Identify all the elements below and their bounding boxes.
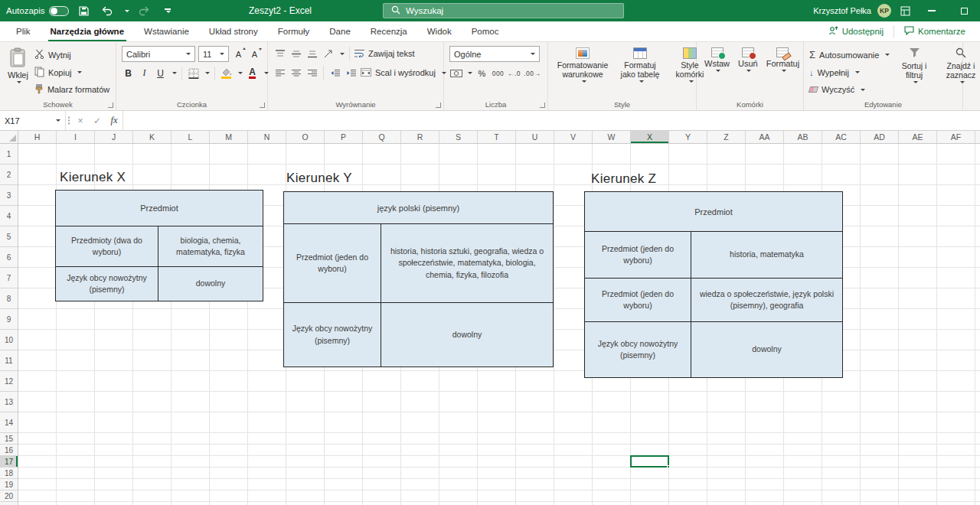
decrease-indent-icon[interactable]	[328, 66, 341, 80]
fill-handle[interactable]	[667, 465, 670, 468]
minimize-button[interactable]	[919, 0, 945, 21]
conditional-formatting-button[interactable]: Formatowanie warunkowe	[554, 46, 612, 97]
grid[interactable]: Kierunek XPrzedmiotPrzedmioty (dwa do wy…	[18, 144, 980, 505]
row-header-15[interactable]: 15	[0, 433, 18, 445]
row-header-6[interactable]: 6	[0, 247, 18, 268]
tab-uklad-strony[interactable]: Układ strony	[199, 21, 268, 41]
table-title-1[interactable]: Kierunek X	[60, 170, 126, 185]
column-header-T[interactable]: T	[478, 131, 516, 143]
table-cell-label[interactable]: Przedmiot (jeden do wyboru)	[585, 279, 691, 321]
find-select-button[interactable]: Znajdź i zaznacz	[939, 46, 980, 97]
accounting-format-icon[interactable]	[449, 66, 462, 80]
save-icon[interactable]	[77, 2, 92, 19]
column-header-X[interactable]: X	[631, 131, 669, 143]
underline-button[interactable]: U	[154, 66, 167, 80]
row-header-2[interactable]: 2	[0, 165, 18, 185]
align-center-icon[interactable]	[289, 66, 302, 80]
column-header-J[interactable]: J	[95, 131, 133, 143]
align-right-icon[interactable]	[305, 66, 318, 80]
percent-style-icon[interactable]: %	[475, 66, 488, 80]
fill-color-button[interactable]	[220, 66, 233, 80]
row-header-17[interactable]: 17	[0, 456, 18, 468]
clear-button[interactable]: Wyczyść	[809, 82, 889, 97]
table-cell-value[interactable]: biologia, chemia, matematyka, fizyka	[158, 226, 263, 266]
table-cell-value[interactable]: dowolny	[158, 267, 263, 301]
tab-narzedzia-glowne[interactable]: Narzędzia główne	[41, 21, 135, 41]
delete-cells-button[interactable]: Usuń	[736, 46, 760, 97]
comma-style-icon[interactable]: 000	[492, 66, 505, 80]
column-header-AD[interactable]: AD	[861, 131, 899, 143]
tab-plik[interactable]: Plik	[6, 21, 41, 41]
row-header-4[interactable]: 4	[0, 206, 18, 226]
row-header-16[interactable]: 16	[0, 445, 18, 456]
table-1-header-cell[interactable]: Przedmiot	[56, 191, 263, 226]
table-cell-value[interactable]: dowolny	[381, 303, 553, 367]
font-size-select[interactable]: 11	[198, 46, 229, 62]
tab-formuly[interactable]: Formuły	[268, 21, 320, 41]
redo-icon[interactable]	[137, 2, 152, 19]
search-box[interactable]: Wyszukaj	[383, 3, 624, 18]
cancel-icon[interactable]: ×	[72, 111, 89, 130]
selected-cell[interactable]	[630, 455, 669, 468]
enter-icon[interactable]: ✓	[89, 111, 106, 130]
avatar[interactable]: KP	[877, 4, 891, 18]
increase-decimal-icon[interactable]: ←.0	[508, 66, 521, 80]
column-header-L[interactable]: L	[172, 131, 210, 143]
paste-button[interactable]: Wklej	[5, 46, 31, 97]
column-header-I[interactable]: I	[57, 131, 95, 143]
table-3-header-cell[interactable]: Przedmiot	[585, 192, 842, 232]
align-top-icon[interactable]	[273, 47, 286, 61]
font-dialog-launcher-icon[interactable]	[260, 103, 265, 108]
user-name[interactable]: Krzysztof Pełka	[813, 6, 871, 15]
tab-wstawianie[interactable]: Wstawianie	[134, 21, 199, 41]
tab-recenzja[interactable]: Recenzja	[361, 21, 417, 41]
column-header-W[interactable]: W	[593, 131, 631, 143]
ribbon-display-options-icon[interactable]	[897, 2, 913, 19]
table-cell-label[interactable]: Język obcy nowożytny (pisemny)	[284, 303, 381, 367]
row-header-20[interactable]: 20	[0, 490, 18, 502]
column-header-V[interactable]: V	[554, 131, 593, 143]
table-cell-value[interactable]: dowolny	[691, 322, 842, 377]
select-all-corner[interactable]	[0, 131, 18, 144]
column-header-Q[interactable]: Q	[363, 131, 401, 143]
copy-button[interactable]: Kopiuj	[34, 65, 109, 80]
alignment-dialog-launcher-icon[interactable]	[436, 103, 441, 108]
row-header-9[interactable]: 9	[0, 309, 18, 330]
table-cell-label[interactable]: Przedmiot (jeden do wyboru)	[585, 232, 691, 278]
clipboard-dialog-launcher-icon[interactable]	[108, 103, 113, 108]
table-cell-label[interactable]: Przedmiot (jeden do wyboru)	[284, 224, 381, 302]
column-header-S[interactable]: S	[439, 131, 478, 143]
undo-menu-icon[interactable]	[125, 10, 129, 12]
fill-button[interactable]: ↓ Wypełnij	[809, 65, 889, 80]
column-header-O[interactable]: O	[286, 131, 325, 143]
table-cell-label[interactable]: Przedmioty (dwa do wyboru)	[56, 226, 158, 266]
format-painter-button[interactable]: Malarz formatów	[34, 82, 109, 97]
tab-pomoc[interactable]: Pomoc	[462, 21, 509, 41]
sort-filter-button[interactable]: Sortuj i filtruj	[893, 46, 936, 97]
column-header-AA[interactable]: AA	[746, 131, 784, 143]
share-button[interactable]: Udostępnij	[822, 21, 890, 41]
italic-button[interactable]: I	[138, 66, 151, 80]
align-middle-icon[interactable]	[289, 47, 302, 61]
maximize-button[interactable]	[951, 0, 977, 21]
tab-dane[interactable]: Dane	[319, 21, 361, 41]
merge-center-button[interactable]: Scal i wyśrodkuj	[361, 65, 446, 80]
row-header-10[interactable]: 10	[0, 330, 18, 350]
row-header-11[interactable]: 11	[0, 350, 18, 371]
table-cell-label[interactable]: Język obcy nowożytny (pisemny)	[56, 267, 158, 301]
number-format-select[interactable]: Ogólne	[449, 46, 540, 62]
row-header-19[interactable]: 19	[0, 479, 18, 490]
wrap-text-button[interactable]: Zawijaj tekst	[354, 46, 415, 61]
autosum-button[interactable]: Σ Autosumowanie	[809, 47, 889, 63]
insert-cells-button[interactable]: Wstaw	[702, 46, 732, 97]
insert-function-icon[interactable]: fx	[106, 111, 122, 130]
font-name-select[interactable]: Calibri	[122, 46, 195, 62]
increase-indent-icon[interactable]	[345, 66, 358, 80]
decrease-decimal-icon[interactable]: .00→	[524, 66, 541, 80]
tab-widok[interactable]: Widok	[417, 21, 462, 41]
autosave-toggle[interactable]: Autozapis	[6, 6, 69, 16]
column-header-AB[interactable]: AB	[784, 131, 822, 143]
table-title-2[interactable]: Kierunek Y	[286, 171, 352, 186]
orientation-button[interactable]	[322, 47, 335, 61]
row-header-12[interactable]: 12	[0, 371, 18, 392]
